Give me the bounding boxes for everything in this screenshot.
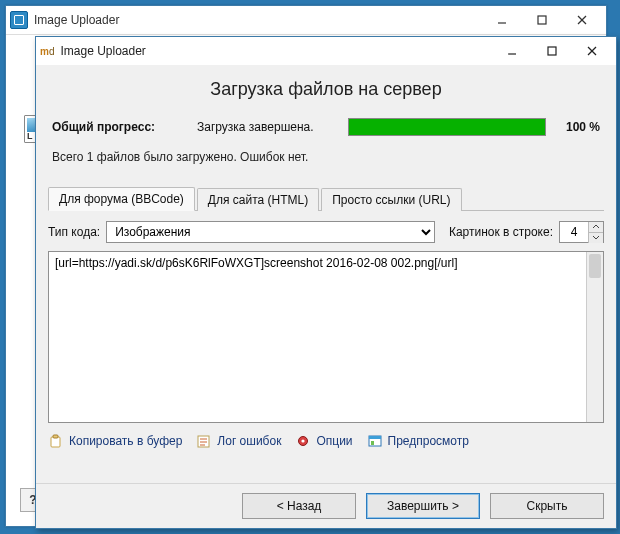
maximize-button[interactable] xyxy=(522,7,562,33)
preview-button[interactable]: Предпросмотр xyxy=(367,433,469,449)
progress-percent: 100 % xyxy=(556,120,600,134)
spinner-up-button[interactable] xyxy=(589,222,603,232)
progress-bar xyxy=(348,118,546,136)
clipboard-icon xyxy=(48,433,64,449)
close-icon xyxy=(587,46,597,56)
dialog-heading: Загрузка файлов на сервер xyxy=(36,79,616,100)
hide-button[interactable]: Скрыть xyxy=(490,493,604,519)
parent-titlebar: Image Uploader xyxy=(6,6,606,35)
chevron-up-icon xyxy=(592,224,600,229)
copy-label: Копировать в буфер xyxy=(69,434,182,448)
options-row: Тип кода: Изображения Картинок в строке: xyxy=(48,221,604,243)
progress-status: Загрузка завершена. xyxy=(197,120,342,134)
maximize-icon xyxy=(537,15,547,25)
output-textarea-wrap: [url=https://yadi.sk/d/p6sK6RlFoWXGT]scr… xyxy=(48,251,604,423)
svg-rect-9 xyxy=(53,435,58,438)
log-label: Лог ошибок xyxy=(217,434,281,448)
svg-point-15 xyxy=(302,439,305,442)
dialog-minimize-button[interactable] xyxy=(492,38,532,64)
dialog-app-icon: md xyxy=(40,46,54,57)
back-button[interactable]: < Назад xyxy=(242,493,356,519)
pics-per-row-spinner[interactable] xyxy=(559,221,604,243)
textarea-scrollbar[interactable] xyxy=(586,252,603,422)
progress-bar-fill xyxy=(349,119,545,135)
scrollbar-thumb[interactable] xyxy=(589,254,601,278)
thumbnail-label: L xyxy=(27,131,33,141)
parent-window-controls xyxy=(482,7,602,33)
log-icon xyxy=(196,433,212,449)
gear-icon xyxy=(295,433,311,449)
svg-rect-18 xyxy=(371,441,374,445)
progress-row: Общий прогресс: Загрузка завершена. 100 … xyxy=(52,118,600,136)
maximize-icon xyxy=(547,46,557,56)
spinner-down-button[interactable] xyxy=(589,232,603,243)
close-button[interactable] xyxy=(562,7,602,33)
code-type-label: Тип кода: xyxy=(48,225,100,239)
preview-label: Предпросмотр xyxy=(388,434,469,448)
bottom-toolbar: Копировать в буфер Лог ошибок Опции Пред… xyxy=(48,433,604,449)
svg-rect-5 xyxy=(548,47,556,55)
dialog-actions: < Назад Завершить > Скрыть xyxy=(36,483,616,528)
dialog-title: Image Uploader xyxy=(60,44,492,58)
code-type-select[interactable]: Изображения xyxy=(106,221,435,243)
options-label: Опции xyxy=(316,434,352,448)
minimize-icon xyxy=(497,15,507,25)
tab-url[interactable]: Просто ссылки (URL) xyxy=(321,188,461,211)
log-button[interactable]: Лог ошибок xyxy=(196,433,281,449)
chevron-down-icon xyxy=(592,235,600,240)
preview-icon xyxy=(367,433,383,449)
dialog-titlebar: md Image Uploader xyxy=(36,37,616,66)
dialog-window-controls xyxy=(492,38,612,64)
tab-bbcode[interactable]: Для форума (BBCode) xyxy=(48,187,195,211)
app-icon xyxy=(10,11,28,29)
dialog-close-button[interactable] xyxy=(572,38,612,64)
minimize-button[interactable] xyxy=(482,7,522,33)
svg-rect-17 xyxy=(369,436,381,439)
upload-summary: Всего 1 файлов было загружено. Ошибок не… xyxy=(52,150,600,164)
dialog-maximize-button[interactable] xyxy=(532,38,572,64)
copy-button[interactable]: Копировать в буфер xyxy=(48,433,182,449)
tab-html[interactable]: Для сайта (HTML) xyxy=(197,188,319,211)
finish-button[interactable]: Завершить > xyxy=(366,493,480,519)
parent-window-title: Image Uploader xyxy=(34,13,482,27)
minimize-icon xyxy=(507,46,517,56)
close-icon xyxy=(577,15,587,25)
upload-dialog: md Image Uploader Загрузка файлов на сер… xyxy=(35,36,617,529)
options-button[interactable]: Опции xyxy=(295,433,352,449)
output-tabs: Для форума (BBCode) Для сайта (HTML) Про… xyxy=(48,186,604,211)
dialog-body: Загрузка файлов на сервер Общий прогресс… xyxy=(36,65,616,528)
output-textarea[interactable]: [url=https://yadi.sk/d/p6sK6RlFoWXGT]scr… xyxy=(49,252,586,422)
svg-rect-1 xyxy=(538,16,546,24)
pics-per-row-label: Картинок в строке: xyxy=(449,225,553,239)
pics-per-row-input[interactable] xyxy=(560,224,588,240)
progress-label: Общий прогресс: xyxy=(52,120,197,134)
